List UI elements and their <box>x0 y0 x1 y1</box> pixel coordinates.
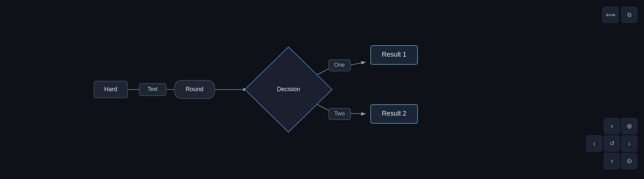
reset-icon: ↺ <box>609 140 614 147</box>
zoom-out-icon: ⊖ <box>627 157 632 165</box>
nav-empty-2 <box>586 153 602 169</box>
chevron-down-icon: ∨ <box>610 158 613 164</box>
node-result1-label: Result 1 <box>382 51 406 58</box>
connector-one-result1 <box>349 62 366 65</box>
nav-left-button[interactable]: ‹ <box>586 135 602 152</box>
chevron-up-icon: ∧ <box>610 123 613 129</box>
node-one-text: One <box>334 62 345 68</box>
node-text-label: Text <box>148 86 158 92</box>
zoom-in-button[interactable]: ⊕ <box>621 118 637 134</box>
copy-icon: ⧉ <box>627 11 632 18</box>
swap-button[interactable]: ⟺ <box>602 7 619 23</box>
nav-right-button[interactable]: › <box>621 135 637 152</box>
reset-button[interactable]: ↺ <box>604 135 620 152</box>
node-result2-label: Result 2 <box>382 110 406 117</box>
nav-empty-1 <box>586 118 602 134</box>
chevron-right-icon: › <box>628 140 631 147</box>
node-decision-label: Decision <box>277 86 300 93</box>
connector-two-result2 <box>349 113 366 114</box>
node-round-label: Round <box>185 86 203 93</box>
swap-icon: ⟺ <box>606 11 615 19</box>
nav-controls: ∧ ⊕ ‹ ↺ › ∨ ⊖ <box>586 118 637 169</box>
chevron-left-icon: ‹ <box>593 140 596 147</box>
copy-button[interactable]: ⧉ <box>621 7 637 23</box>
diagram-svg: Hard Text Round Decision One Two Result … <box>0 0 644 179</box>
nav-up-button[interactable]: ∧ <box>604 118 620 134</box>
zoom-in-icon: ⊕ <box>627 122 632 130</box>
node-two-text: Two <box>334 110 344 117</box>
canvas-area: Hard Text Round Decision One Two Result … <box>0 0 644 179</box>
node-hard-label: Hard <box>104 86 117 93</box>
nav-down-button[interactable]: ∨ <box>604 153 620 169</box>
toolbar-top-right: ⟺ ⧉ <box>602 7 637 23</box>
zoom-out-button[interactable]: ⊖ <box>621 153 637 169</box>
